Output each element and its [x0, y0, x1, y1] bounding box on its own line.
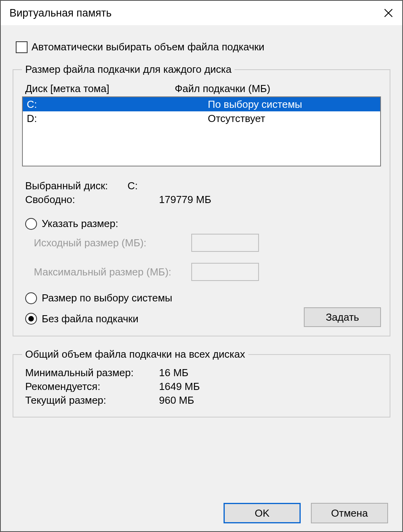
radio-custom-size[interactable]: Указать размер: — [25, 218, 381, 230]
selected-drive-label: Выбранный диск: — [25, 180, 128, 192]
close-icon — [383, 8, 394, 18]
per-drive-group: Размер файла подкачки для каждого диска … — [13, 63, 390, 336]
max-size-label: Максимальный размер (МБ): — [34, 266, 191, 278]
close-button[interactable] — [378, 2, 399, 24]
radio-system-label: Размер по выбору системы — [42, 292, 172, 304]
radio-custom-label: Указать размер: — [42, 218, 118, 230]
min-size-value: 16 МБ — [159, 367, 381, 379]
ok-button[interactable]: OK — [224, 503, 301, 523]
totals-legend: Общий объем файла подкачки на всех диска… — [22, 348, 248, 360]
radio-icon — [25, 292, 37, 304]
drive-pagefile: По выбору системы — [208, 98, 376, 111]
selected-drive-row: Выбранный диск: C: — [25, 180, 381, 192]
free-space-value: 179779 МБ — [159, 194, 381, 206]
per-drive-legend: Размер файла подкачки для каждого диска — [22, 63, 235, 76]
drive-list[interactable]: C: По выбору системы D: Отсутствует — [22, 96, 381, 166]
window-title: Виртуальная память — [9, 7, 112, 19]
auto-manage-checkbox-row[interactable]: Автоматически выбирать объем файла подка… — [16, 41, 387, 53]
drive-pagefile: Отсутствует — [208, 113, 376, 125]
header-pagefile: Файл подкачки (МБ) — [175, 83, 381, 95]
drive-letter: D: — [27, 113, 208, 125]
current-size-value: 960 МБ — [159, 394, 381, 406]
current-size-label: Текущий размер: — [25, 394, 159, 406]
recommended-size-row: Рекомендуется: 1649 МБ — [25, 381, 381, 393]
checkbox-icon — [16, 41, 28, 53]
selected-drive-value: C: — [128, 180, 381, 192]
titlebar: Виртуальная память — [1, 1, 402, 25]
drive-row[interactable]: D: Отсутствует — [23, 111, 380, 126]
drive-letter: C: — [27, 98, 208, 111]
dialog-content: Автоматически выбирать объем файла подка… — [1, 25, 402, 531]
cancel-button[interactable]: Отмена — [311, 503, 388, 523]
set-button[interactable]: Задать — [304, 307, 381, 327]
free-space-row: Свободно: 179779 МБ — [25, 194, 381, 206]
virtual-memory-dialog: Виртуальная память Автоматически выбират… — [0, 0, 403, 532]
totals-group: Общий объем файла подкачки на всех диска… — [13, 348, 390, 417]
initial-size-row: Исходный размер (МБ): — [34, 234, 381, 252]
radio-icon — [25, 313, 37, 325]
max-size-input — [191, 263, 259, 281]
current-size-row: Текущий размер: 960 МБ — [25, 394, 381, 406]
min-size-label: Минимальный размер: — [25, 367, 159, 379]
free-space-label: Свободно: — [25, 194, 159, 206]
initial-size-input — [191, 234, 259, 252]
drive-row[interactable]: C: По выбору системы — [23, 97, 380, 111]
max-size-row: Максимальный размер (МБ): — [34, 263, 381, 281]
radio-icon — [25, 218, 37, 230]
min-size-row: Минимальный размер: 16 МБ — [25, 367, 381, 379]
auto-manage-label: Автоматически выбирать объем файла подка… — [31, 41, 264, 53]
dialog-footer: OK Отмена — [13, 498, 390, 523]
radio-system-managed[interactable]: Размер по выбору системы — [25, 292, 381, 304]
radio-no-paging-file[interactable]: Без файла подкачки — [25, 313, 139, 325]
recommended-label: Рекомендуется: — [25, 381, 159, 393]
header-drive: Диск [метка тома] — [25, 83, 175, 95]
radio-none-label: Без файла подкачки — [42, 313, 139, 325]
initial-size-label: Исходный размер (МБ): — [34, 237, 191, 249]
drive-list-headers: Диск [метка тома] Файл подкачки (МБ) — [25, 83, 381, 95]
recommended-value: 1649 МБ — [159, 381, 381, 393]
